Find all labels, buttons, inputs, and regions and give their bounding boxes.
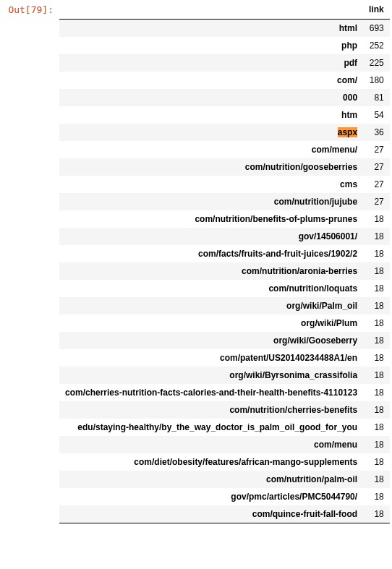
cell-value: 18: [363, 280, 390, 297]
notebook-output-cell: Out[79]: link html693php252pdf225com/180…: [0, 0, 392, 523]
cell-value: 18: [363, 505, 390, 523]
row-index: com/nutrition/cherries-benefits: [59, 401, 363, 419]
table-row: com/quince-fruit-fall-food18: [59, 505, 390, 523]
table-row: org/wiki/Palm_oil18: [59, 297, 390, 315]
table-row: 00081: [59, 89, 390, 106]
cell-value: 18: [363, 367, 390, 384]
cell-value: 54: [363, 106, 390, 124]
table-row: pdf225: [59, 54, 390, 72]
cell-value: 27: [363, 193, 390, 210]
row-index: html: [59, 20, 363, 38]
row-index: com/menu/: [59, 141, 363, 158]
table-row: org/wiki/Byrsonima_crassifolia18: [59, 367, 390, 384]
cell-value: 18: [363, 245, 390, 262]
cell-value: 27: [363, 141, 390, 158]
table-row: com/facts/fruits-and-fruit-juices/1902/2…: [59, 245, 390, 262]
table-row: com/180: [59, 72, 390, 89]
cell-value: 18: [363, 210, 390, 228]
table-row: com/nutrition/aronia-berries18: [59, 262, 390, 280]
table-row: com/nutrition/jujube27: [59, 193, 390, 210]
table-row: com/nutrition/cherries-benefits18: [59, 401, 390, 419]
row-index: php: [59, 37, 363, 54]
cell-value: 18: [363, 436, 390, 453]
row-index: com/menu: [59, 436, 363, 453]
table-row: edu/staying-healthy/by_the_way_doctor_is…: [59, 419, 390, 436]
table-row: com/patent/US20140234488A1/en18: [59, 349, 390, 367]
dataframe-table: link html693php252pdf225com/18000081htm5…: [59, 0, 390, 523]
row-index: com/patent/US20140234488A1/en: [59, 349, 363, 367]
cell-value: 693: [363, 20, 390, 38]
cell-value: 18: [363, 384, 390, 401]
row-index: com/nutrition/palm-oil: [59, 471, 363, 488]
cell-value: 18: [363, 228, 390, 245]
cell-value: 36: [363, 124, 390, 141]
row-index: gov/pmc/articles/PMC5044790/: [59, 488, 363, 505]
row-index: org/wiki/Byrsonima_crassifolia: [59, 367, 363, 384]
dataframe-output: link html693php252pdf225com/18000081htm5…: [59, 0, 392, 523]
row-index: org/wiki/Plum: [59, 315, 363, 332]
table-row: cms27: [59, 176, 390, 193]
row-index: com/nutrition/gooseberries: [59, 158, 363, 176]
table-row: com/nutrition/benefits-of-plums-prunes18: [59, 210, 390, 228]
cell-value: 27: [363, 158, 390, 176]
row-index: edu/staying-healthy/by_the_way_doctor_is…: [59, 419, 363, 436]
row-index: com/facts/fruits-and-fruit-juices/1902/2: [59, 245, 363, 262]
table-row: com/cherries-nutrition-facts-calories-an…: [59, 384, 390, 401]
row-index: htm: [59, 106, 363, 124]
cell-value: 18: [363, 453, 390, 471]
row-index: com/: [59, 72, 363, 89]
highlighted-text: aspx: [338, 127, 357, 137]
table-row: html693: [59, 20, 390, 38]
row-index: pdf: [59, 54, 363, 72]
row-index: com/quince-fruit-fall-food: [59, 505, 363, 523]
table-row: com/nutrition/loquats18: [59, 280, 390, 297]
cell-value: 18: [363, 349, 390, 367]
table-row: com/nutrition/palm-oil18: [59, 471, 390, 488]
cell-value: 252: [363, 37, 390, 54]
row-index: cms: [59, 176, 363, 193]
row-index: org/wiki/Palm_oil: [59, 297, 363, 315]
cell-value: 18: [363, 315, 390, 332]
table-row: php252: [59, 37, 390, 54]
output-prompt: Out[79]:: [0, 0, 59, 20]
table-row: org/wiki/Plum18: [59, 315, 390, 332]
cell-value: 18: [363, 297, 390, 315]
row-index: com/diet/obesity/features/african-mango-…: [59, 453, 363, 471]
index-header: [59, 0, 363, 20]
cell-value: 18: [363, 471, 390, 488]
cell-value: 180: [363, 72, 390, 89]
cell-value: 18: [363, 262, 390, 280]
table-row: com/menu18: [59, 436, 390, 453]
table-row: org/wiki/Gooseberry18: [59, 332, 390, 349]
row-index: 000: [59, 89, 363, 106]
row-index: org/wiki/Gooseberry: [59, 332, 363, 349]
row-index: gov/14506001/: [59, 228, 363, 245]
table-row: com/diet/obesity/features/african-mango-…: [59, 453, 390, 471]
cell-value: 225: [363, 54, 390, 72]
cell-value: 18: [363, 401, 390, 419]
header-row: link: [59, 0, 390, 20]
row-index: aspx: [59, 124, 363, 141]
table-row: com/nutrition/gooseberries27: [59, 158, 390, 176]
cell-value: 81: [363, 89, 390, 106]
row-index: com/cherries-nutrition-facts-calories-an…: [59, 384, 363, 401]
table-row: com/menu/27: [59, 141, 390, 158]
cell-value: 18: [363, 419, 390, 436]
table-row: htm54: [59, 106, 390, 124]
row-index: com/nutrition/loquats: [59, 280, 363, 297]
column-header: link: [363, 0, 390, 20]
table-row: aspx36: [59, 124, 390, 141]
cell-value: 27: [363, 176, 390, 193]
row-index: com/nutrition/jujube: [59, 193, 363, 210]
row-index: com/nutrition/aronia-berries: [59, 262, 363, 280]
table-row: gov/pmc/articles/PMC5044790/18: [59, 488, 390, 505]
cell-value: 18: [363, 332, 390, 349]
row-index: com/nutrition/benefits-of-plums-prunes: [59, 210, 363, 228]
table-row: gov/14506001/18: [59, 228, 390, 245]
cell-value: 18: [363, 488, 390, 505]
